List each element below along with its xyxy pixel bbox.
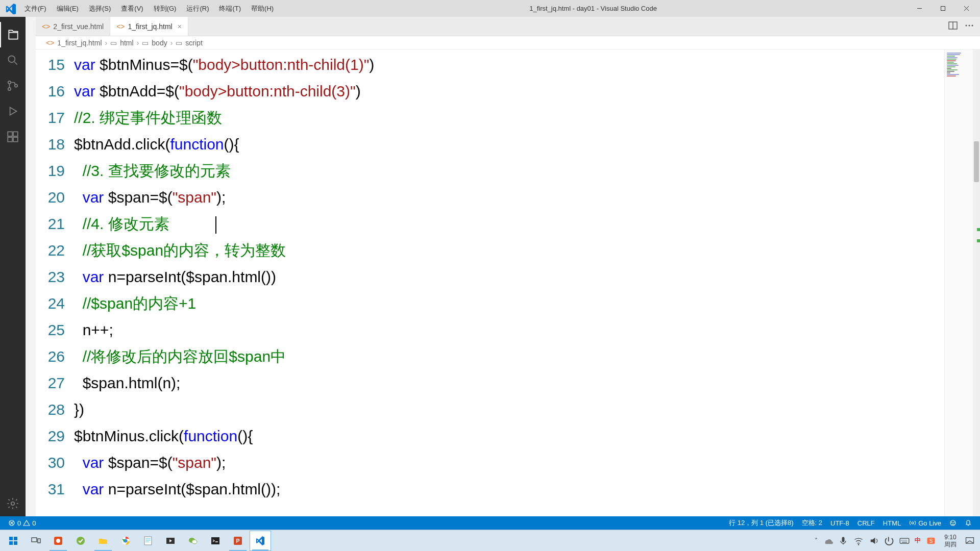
notifications-icon[interactable] bbox=[965, 536, 975, 546]
minimap[interactable] bbox=[944, 49, 973, 516]
vertical-scrollbar[interactable] bbox=[973, 49, 980, 516]
taskbar-app-wechat-dev[interactable] bbox=[70, 531, 91, 551]
breadcrumb-item[interactable]: html bbox=[120, 39, 133, 47]
svg-point-3 bbox=[8, 88, 11, 90]
tray-chevron-up-icon[interactable]: ˄ bbox=[815, 537, 818, 544]
status-bar: 0 0 行 12，列 1 (已选择8) 空格: 2 UTF-8 CRLF HTM… bbox=[0, 516, 980, 530]
maximize-button[interactable] bbox=[931, 0, 954, 17]
bell-icon bbox=[965, 519, 972, 527]
split-editor-icon[interactable] bbox=[948, 21, 958, 32]
taskbar-app-vscode[interactable] bbox=[250, 531, 271, 551]
taskbar-app-notepad[interactable] bbox=[137, 531, 159, 551]
svg-point-34 bbox=[192, 540, 197, 544]
chevron-right-icon: › bbox=[137, 39, 139, 47]
taskbar-app-terminal[interactable] bbox=[205, 531, 226, 551]
sidebar-collapsed[interactable] bbox=[26, 17, 36, 516]
run-debug-icon[interactable] bbox=[0, 98, 26, 124]
svg-point-1 bbox=[8, 56, 15, 62]
svg-rect-24 bbox=[38, 539, 40, 543]
svg-rect-5 bbox=[8, 132, 12, 136]
source-control-icon[interactable] bbox=[0, 73, 26, 98]
html-file-icon: <> bbox=[46, 39, 54, 47]
tab-2-first-vue[interactable]: <> 2_first_vue.html bbox=[36, 17, 110, 36]
taskbar-clock[interactable]: 9:10 周四 bbox=[941, 534, 960, 548]
taskbar-app-camtasia[interactable] bbox=[47, 531, 69, 551]
settings-gear-icon[interactable] bbox=[0, 491, 26, 516]
svg-text:P: P bbox=[236, 538, 239, 544]
breadcrumb-item[interactable]: script bbox=[185, 39, 202, 47]
svg-point-39 bbox=[858, 544, 860, 545]
breadcrumb-item[interactable]: body bbox=[152, 39, 167, 47]
menu-view[interactable]: 查看(V) bbox=[116, 2, 148, 15]
status-errors[interactable]: 0 0 bbox=[4, 519, 40, 527]
tab-label: 2_first_vue.html bbox=[53, 22, 104, 31]
close-button[interactable] bbox=[954, 0, 978, 17]
microphone-icon[interactable] bbox=[838, 536, 848, 546]
smiley-icon bbox=[949, 519, 957, 527]
menu-run[interactable]: 运行(R) bbox=[181, 2, 214, 15]
scrollbar-thumb[interactable] bbox=[974, 141, 979, 182]
power-icon[interactable] bbox=[884, 536, 894, 546]
status-feedback[interactable] bbox=[945, 519, 961, 527]
svg-point-9 bbox=[11, 502, 15, 506]
breadcrumb-item[interactable]: 1_first_jq.html bbox=[57, 39, 102, 47]
svg-rect-0 bbox=[941, 7, 945, 11]
more-actions-icon[interactable] bbox=[965, 21, 974, 32]
svg-rect-7 bbox=[8, 137, 12, 142]
warning-icon bbox=[23, 519, 30, 527]
volume-icon[interactable] bbox=[869, 536, 879, 546]
status-notifications[interactable] bbox=[961, 519, 976, 527]
wifi-icon[interactable] bbox=[853, 536, 864, 546]
start-button[interactable] bbox=[3, 531, 24, 551]
minimize-button[interactable] bbox=[908, 0, 931, 17]
status-encoding[interactable]: UTF-8 bbox=[826, 519, 853, 527]
svg-rect-8 bbox=[13, 137, 18, 142]
title-bar: 文件(F) 编辑(E) 选择(S) 查看(V) 转到(G) 运行(R) 终端(T… bbox=[0, 0, 980, 17]
taskbar-app-powerpoint[interactable]: P bbox=[227, 531, 249, 551]
svg-rect-40 bbox=[900, 538, 909, 543]
close-tab-icon[interactable]: × bbox=[178, 22, 182, 31]
status-eol[interactable]: CRLF bbox=[853, 519, 879, 527]
system-tray[interactable]: ˄ 中 S 9:10 周四 bbox=[812, 534, 978, 548]
taskbar-app-chrome[interactable] bbox=[115, 531, 136, 551]
editor-group: <> 2_first_vue.html <> 1_first_jq.html ×… bbox=[36, 17, 980, 516]
status-indent[interactable]: 空格: 2 bbox=[798, 518, 826, 528]
activity-bar bbox=[0, 17, 26, 516]
keyboard-icon[interactable] bbox=[899, 536, 910, 546]
code-editor[interactable]: var $btnMinus=$("body>button:nth-child(1… bbox=[74, 49, 944, 516]
svg-point-11 bbox=[966, 24, 967, 26]
symbol-icon: ▭ bbox=[176, 39, 182, 47]
breadcrumb[interactable]: <> 1_first_jq.html › ▭ html › ▭ body › ▭… bbox=[36, 36, 980, 49]
symbol-icon: ▭ bbox=[110, 39, 117, 47]
ime-mode-icon[interactable]: S bbox=[926, 536, 936, 546]
menu-edit[interactable]: 编辑(E) bbox=[52, 2, 84, 15]
taskbar-app-wechat[interactable] bbox=[182, 531, 204, 551]
svg-rect-22 bbox=[14, 541, 17, 545]
explorer-icon[interactable] bbox=[0, 22, 26, 47]
svg-rect-23 bbox=[32, 538, 37, 542]
extensions-icon[interactable] bbox=[0, 124, 26, 149]
menu-help[interactable]: 帮助(H) bbox=[246, 2, 279, 15]
search-icon[interactable] bbox=[0, 47, 26, 73]
menu-select[interactable]: 选择(S) bbox=[84, 2, 116, 15]
text-cursor bbox=[215, 216, 216, 234]
error-icon bbox=[8, 519, 15, 527]
status-language[interactable]: HTML bbox=[879, 519, 905, 527]
menu-terminal[interactable]: 终端(T) bbox=[214, 2, 246, 15]
ime-indicator[interactable]: 中 bbox=[915, 536, 921, 545]
window-controls bbox=[908, 0, 978, 17]
status-go-live[interactable]: Go Live bbox=[905, 519, 945, 527]
onedrive-icon[interactable] bbox=[823, 536, 833, 546]
tab-1-first-jq[interactable]: <> 1_first_jq.html × bbox=[110, 17, 188, 36]
menu-file[interactable]: 文件(F) bbox=[19, 2, 52, 15]
svg-point-4 bbox=[15, 84, 17, 87]
taskbar-app-video[interactable] bbox=[160, 531, 181, 551]
status-cursor-position[interactable]: 行 12，列 1 (已选择8) bbox=[725, 518, 797, 528]
menu-goto[interactable]: 转到(G) bbox=[149, 2, 182, 15]
line-number-gutter: 15 16 17 18 19 20 21 22 23 24 25 26 27 2… bbox=[36, 49, 74, 516]
svg-point-27 bbox=[77, 537, 85, 545]
overview-marker bbox=[977, 239, 980, 242]
task-view-icon[interactable] bbox=[25, 531, 46, 551]
taskbar-app-explorer[interactable] bbox=[92, 531, 114, 551]
svg-point-2 bbox=[8, 81, 11, 84]
